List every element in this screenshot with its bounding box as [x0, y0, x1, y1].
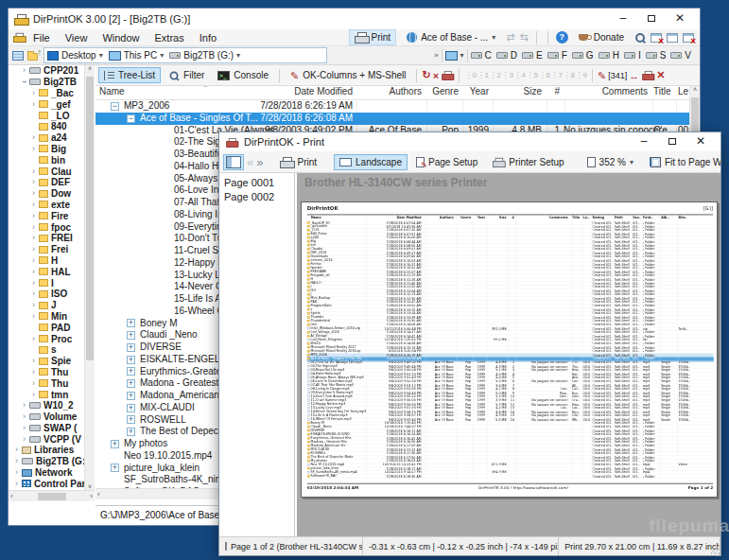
expander-icon[interactable]: › [29, 391, 38, 399]
expander-icon[interactable]: › [29, 145, 38, 153]
expand-box-icon[interactable]: + [127, 331, 135, 340]
expander-icon[interactable]: › [29, 89, 38, 97]
window-forward-icon[interactable]: ⇆ [520, 31, 529, 44]
file-row[interactable]: − Ace of Base - Singles Of T... 7/28/201… [95, 113, 689, 125]
tree-item[interactable]: › Libraries [9, 445, 94, 456]
tree-item[interactable]: › I [9, 277, 94, 289]
tree-item[interactable]: › Big [9, 144, 94, 155]
expander-icon[interactable]: › [29, 212, 38, 220]
print-now-button[interactable]: Print [274, 154, 322, 170]
landscape-button[interactable]: Landscape [334, 154, 408, 170]
menu-item[interactable]: Info [192, 30, 224, 45]
expand-box-icon[interactable]: − [127, 114, 135, 123]
expand-box-icon[interactable]: + [127, 343, 135, 352]
column-preset-button[interactable]: ⋮9 [575, 71, 587, 79]
column-size[interactable]: Size [493, 86, 542, 99]
column-preset-button[interactable]: ⋮6 [538, 71, 550, 79]
next-page-icon[interactable]: » [256, 155, 263, 169]
tree-item[interactable]: bin [9, 154, 94, 166]
print-button[interactable]: Print [349, 29, 397, 45]
page-list-item[interactable]: Page 0001 [224, 176, 294, 190]
expand-box-icon[interactable]: + [111, 440, 119, 448]
minimize-button[interactable]: – [609, 9, 637, 28]
tree-item[interactable]: › DEF [9, 177, 94, 188]
page-list-item[interactable]: Page 0002 [224, 190, 294, 204]
swap-icon[interactable]: ↔ [629, 70, 639, 81]
profile-dropdown[interactable]: Ace of Base - ...▾ [401, 29, 501, 45]
column-preset-button[interactable]: ⋮8 [563, 71, 575, 79]
expander-icon[interactable]: › [29, 301, 38, 309]
column-preset-button[interactable]: ⋮5 [526, 71, 538, 79]
expander-icon[interactable]: › [29, 178, 38, 186]
drive-button[interactable]: S [646, 50, 667, 61]
clear-icon[interactable]: × [433, 70, 439, 81]
tree-item[interactable]: › _Bac [9, 88, 94, 99]
expand-box-icon[interactable]: + [127, 367, 135, 376]
expander-icon[interactable]: › [20, 401, 28, 410]
column-preset-button[interactable]: ⋮2 [489, 71, 501, 79]
ok-columns-button[interactable]: ✎OK-Columns + MS-Shell [285, 67, 411, 83]
expander-icon[interactable]: › [29, 312, 38, 321]
refresh-icon[interactable]: ↻ [422, 69, 430, 81]
tree-item[interactable]: › Frei [9, 244, 94, 255]
drive-button[interactable]: E [522, 50, 543, 61]
fit-mode-dropdown[interactable]: Fit to Page Wi...▾ [645, 154, 720, 170]
column-comments[interactable]: Comments [564, 86, 648, 99]
tree-item[interactable]: › Thu [9, 377, 94, 389]
maximize-button[interactable] [637, 9, 666, 28]
expander-icon[interactable]: › [20, 412, 28, 421]
help-icon[interactable] [556, 31, 568, 44]
column-name[interactable]: Name [99, 86, 125, 99]
drive-button[interactable]: F [547, 50, 567, 61]
drive-dropdown[interactable]: Big2TB (G:)▾ [169, 50, 240, 61]
expander-icon[interactable]: › [20, 66, 28, 75]
expander-icon[interactable]: › [29, 357, 38, 365]
tree-item[interactable]: › VCPP (V [9, 433, 94, 445]
print-minimize-button[interactable]: – [630, 132, 658, 151]
tree-item[interactable]: › J [9, 300, 94, 311]
expand-box-icon[interactable]: − [111, 102, 119, 111]
expander-icon[interactable]: › [12, 457, 21, 465]
tree-vertical-scrollbar[interactable]: ˄˅ [84, 65, 95, 490]
expander-icon[interactable]: › [29, 100, 38, 109]
close-window-icon[interactable] [651, 33, 662, 43]
expand-box-icon[interactable]: + [127, 356, 135, 364]
expander-icon[interactable]: › [12, 468, 21, 477]
column-preset-button[interactable]: ⋮1 [477, 71, 489, 79]
page-setup-button[interactable]: Page Setup [410, 154, 483, 170]
tree-item[interactable]: › Thu [9, 367, 94, 378]
tree-item[interactable]: 840 [9, 121, 94, 132]
expander-icon[interactable]: › [29, 268, 38, 276]
expander-icon[interactable]: › [29, 379, 38, 388]
close-button[interactable]: ✕ [666, 9, 694, 28]
file-row[interactable]: − MP3_2006 7/28/2018 6:26:19 AM [95, 100, 689, 113]
print-red-icon[interactable] [643, 71, 653, 79]
tree-item[interactable]: › ISO [9, 289, 94, 300]
expander-icon[interactable]: › [29, 368, 38, 376]
column-preset-button[interactable]: ⋮7 [550, 71, 563, 79]
tree-item[interactable]: › CPP201 [9, 65, 94, 77]
tree-item[interactable]: › fpoc [9, 221, 94, 233]
tree-list-toggle[interactable]: Tree-List [98, 67, 161, 83]
expander-icon[interactable]: › [29, 189, 38, 198]
expand-box-icon[interactable]: + [127, 428, 135, 436]
tree-item[interactable]: › exte [9, 200, 94, 211]
column-preset-button[interactable]: ⋮0 [464, 71, 477, 79]
drive-button[interactable]: C [471, 50, 492, 61]
donate-button[interactable]: Donate [573, 29, 630, 45]
expander-icon[interactable]: › [12, 446, 21, 454]
printer-setup-button[interactable]: Printer Setup [486, 154, 569, 170]
folder-up-icon[interactable] [27, 51, 40, 61]
expand-box-icon[interactable]: + [127, 319, 135, 327]
expander-icon[interactable]: › [20, 78, 28, 86]
tree-item[interactable]: › Network [9, 467, 94, 479]
console-button[interactable]: Console [212, 67, 274, 83]
tree-item[interactable]: › W10_2 [9, 400, 94, 411]
tree-item[interactable]: › Spie [9, 356, 94, 367]
previous-page-icon[interactable]: « [247, 155, 253, 169]
column-date[interactable]: Date Modified [247, 86, 353, 99]
column-title[interactable]: Title [653, 86, 674, 99]
delete-icon[interactable]: ✕ [656, 69, 665, 81]
columns-layout-icon[interactable] [12, 51, 24, 61]
zoom-dropdown[interactable]: 352 %▾ [581, 154, 639, 170]
